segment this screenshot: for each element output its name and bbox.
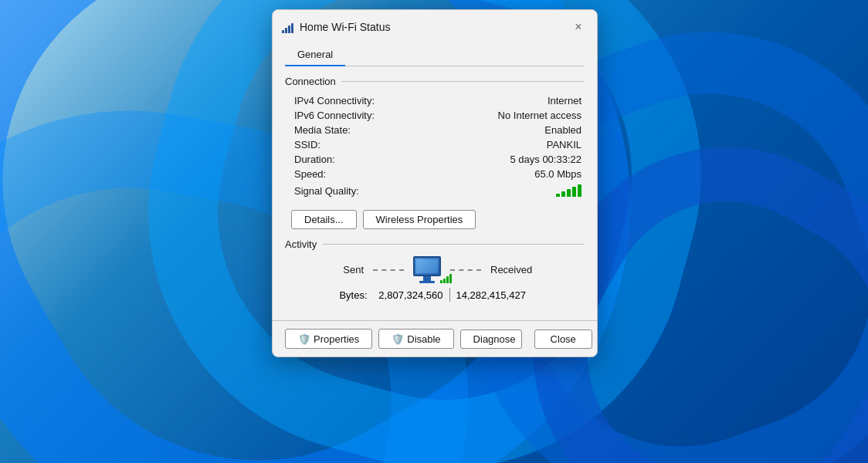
dialog-title: Home Wi-Fi Status bbox=[300, 21, 563, 33]
properties-label: Properties bbox=[314, 333, 359, 345]
bytes-field-label: Bytes: bbox=[329, 289, 368, 301]
computer-icon bbox=[413, 256, 441, 283]
disable-label: Disable bbox=[407, 333, 440, 345]
field-label: SSID: bbox=[285, 137, 435, 152]
close-bottom-button[interactable]: Close bbox=[534, 330, 592, 349]
received-label: Received bbox=[490, 264, 537, 275]
received-line bbox=[450, 269, 481, 271]
signal-bar-1 bbox=[282, 30, 284, 33]
table-row: Signal Quality: bbox=[285, 181, 585, 201]
field-value: 5 days 00:33:22 bbox=[435, 152, 585, 167]
diagnose-button[interactable]: Diagnose bbox=[460, 330, 522, 349]
activity-label: Activity bbox=[285, 238, 317, 250]
ms-bar-4 bbox=[449, 274, 452, 283]
activity-section-header: Activity bbox=[285, 238, 585, 250]
connection-info-table: IPv4 Connectivity: Internet IPv6 Connect… bbox=[285, 93, 585, 201]
ms-bar-1 bbox=[440, 280, 442, 283]
dialog-bottom-bar: 🛡️ Properties 🛡️ Disable Diagnose Close bbox=[273, 320, 597, 357]
monitor-screen bbox=[416, 259, 438, 273]
field-label: Speed: bbox=[285, 167, 435, 181]
bytes-sent-value: 2,807,324,560 bbox=[374, 289, 443, 301]
connection-section-header: Connection bbox=[285, 76, 585, 87]
connection-buttons: Details... Wireless Properties bbox=[285, 210, 585, 229]
connection-label: Connection bbox=[285, 76, 336, 87]
sq-bar-2 bbox=[561, 191, 565, 197]
tab-bar: General bbox=[285, 44, 585, 66]
table-row: SSID: PANKIL bbox=[285, 137, 585, 152]
sq-bar-3 bbox=[567, 189, 571, 197]
properties-button[interactable]: 🛡️ Properties bbox=[285, 329, 372, 349]
field-label: IPv4 Connectivity: bbox=[285, 93, 435, 108]
field-value bbox=[435, 181, 585, 201]
disable-button[interactable]: 🛡️ Disable bbox=[378, 329, 453, 349]
monitor bbox=[413, 256, 441, 276]
details-button[interactable]: Details... bbox=[291, 210, 357, 229]
signal-bar-4 bbox=[291, 23, 293, 33]
signal-bar-3 bbox=[288, 25, 290, 33]
bytes-row: Bytes: 2,807,324,560 14,282,415,427 bbox=[285, 288, 585, 302]
activity-area: Sent bbox=[285, 256, 585, 302]
monitor-base bbox=[419, 281, 435, 283]
table-row: Media State: Enabled bbox=[285, 123, 585, 137]
field-value: Enabled bbox=[435, 123, 585, 137]
bytes-divider bbox=[449, 288, 450, 302]
sent-line bbox=[373, 269, 404, 271]
signal-quality-bars bbox=[556, 183, 581, 197]
field-label: Media State: bbox=[285, 123, 435, 137]
shield-icon-properties: 🛡️ bbox=[298, 333, 310, 345]
field-label: IPv6 Connectivity: bbox=[285, 108, 435, 123]
wifi-signal-icon bbox=[282, 21, 293, 33]
sq-bar-1 bbox=[556, 194, 560, 197]
field-value: PANKIL bbox=[435, 137, 585, 152]
table-row: Duration: 5 days 00:33:22 bbox=[285, 152, 585, 167]
bytes-received-value: 14,282,415,427 bbox=[456, 289, 541, 301]
table-row: IPv4 Connectivity: Internet bbox=[285, 93, 585, 108]
shield-icon-disable: 🛡️ bbox=[392, 333, 404, 345]
activity-icons-row: Sent bbox=[285, 256, 585, 283]
field-value: No Internet access bbox=[435, 108, 585, 123]
ms-bar-2 bbox=[443, 279, 446, 283]
sent-label: Sent bbox=[333, 264, 364, 275]
signal-bar-2 bbox=[285, 28, 287, 33]
field-value: 65.0 Mbps bbox=[435, 167, 585, 181]
field-label: Duration: bbox=[285, 152, 435, 167]
ms-bar-3 bbox=[446, 276, 449, 283]
table-row: IPv6 Connectivity: No Internet access bbox=[285, 108, 585, 123]
mini-signal-bars bbox=[440, 272, 452, 283]
sq-bar-5 bbox=[578, 184, 581, 197]
sq-bar-4 bbox=[572, 187, 576, 197]
wireless-properties-button[interactable]: Wireless Properties bbox=[363, 210, 476, 229]
dialog-content: General Connection IPv4 Connectivity: In… bbox=[273, 42, 597, 320]
wifi-status-dialog: Home Wi-Fi Status × General Connection I… bbox=[272, 9, 598, 357]
close-button[interactable]: × bbox=[569, 18, 588, 36]
tab-general[interactable]: General bbox=[285, 44, 345, 66]
title-bar: Home Wi-Fi Status × bbox=[273, 10, 597, 42]
field-value: Internet bbox=[435, 93, 585, 108]
table-row: Speed: 65.0 Mbps bbox=[285, 167, 585, 181]
field-label: Signal Quality: bbox=[285, 181, 435, 201]
